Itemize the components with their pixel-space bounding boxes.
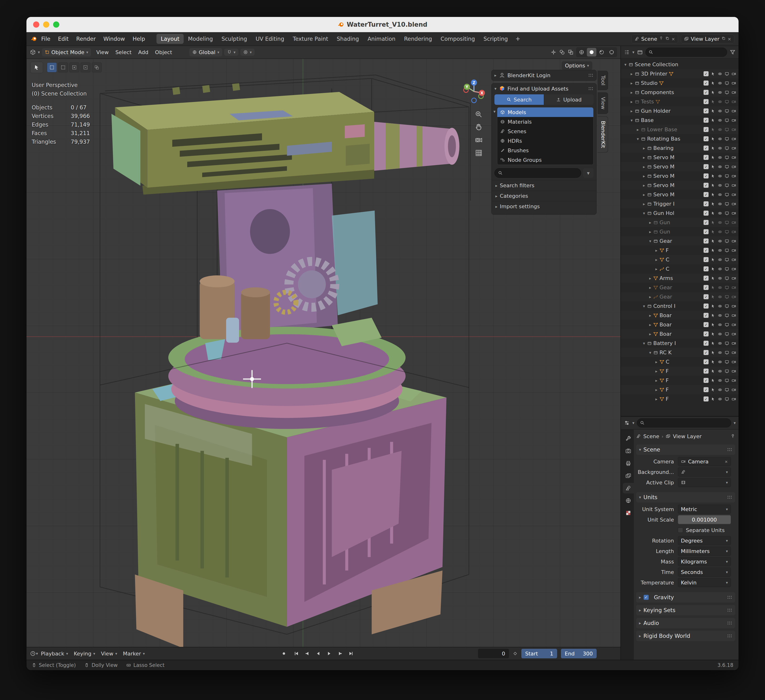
screen-toggle-icon[interactable] <box>724 183 729 188</box>
screen-toggle-icon[interactable] <box>724 266 729 271</box>
expand-arrow-icon[interactable]: ▸ <box>653 359 660 364</box>
screen-toggle-icon[interactable] <box>724 285 729 290</box>
menu-window[interactable]: Window <box>99 34 129 43</box>
outliner-row-gear[interactable]: ▸Gear✓ <box>621 292 738 301</box>
blenderkit-login-header[interactable]: ▸ BlenderKit Login <box>491 70 597 80</box>
camera-toggle-icon[interactable] <box>732 285 736 290</box>
eye-toggle-icon[interactable] <box>718 304 722 309</box>
exclude-checkbox[interactable]: ✓ <box>704 248 708 253</box>
audio-panel-header[interactable]: ▸Audio <box>636 618 735 628</box>
camera-toggle-icon[interactable] <box>732 183 736 188</box>
outliner-row-c[interactable]: ▸C✓ <box>621 264 738 274</box>
active-tool-button[interactable] <box>30 62 43 73</box>
eye-toggle-icon[interactable] <box>718 81 722 85</box>
camera-toggle-icon[interactable] <box>732 295 736 299</box>
expand-arrow-icon[interactable]: ▸ <box>641 192 647 197</box>
screen-toggle-icon[interactable] <box>724 155 729 160</box>
exclude-checkbox[interactable]: ✓ <box>704 369 708 374</box>
camera-toggle-icon[interactable] <box>732 71 736 76</box>
asset-type-brushes[interactable]: Brushes <box>497 145 593 155</box>
eye-toggle-icon[interactable] <box>718 378 722 383</box>
cursor-toggle-icon[interactable] <box>711 164 715 169</box>
cursor-toggle-icon[interactable] <box>711 127 715 132</box>
cursor-toggle-icon[interactable] <box>711 137 715 141</box>
view-layer-selector[interactable]: View Layer × <box>681 35 734 43</box>
blender-logo-icon[interactable] <box>31 36 37 42</box>
section-categories[interactable]: ▸Categories <box>491 191 597 201</box>
breadcrumb-view-layer[interactable]: View Layer <box>673 434 702 439</box>
eye-toggle-icon[interactable] <box>718 388 722 392</box>
camera-toggle-icon[interactable] <box>732 369 736 374</box>
outliner-row-f[interactable]: ▸F✓ <box>621 385 738 394</box>
outliner-row-gun[interactable]: ▸Gun✓ <box>621 227 738 236</box>
workspace-tab-animation[interactable]: Animation <box>363 34 400 44</box>
cursor-toggle-icon[interactable] <box>711 118 715 123</box>
properties-search-input[interactable] <box>647 420 728 426</box>
eye-toggle-icon[interactable] <box>718 285 722 290</box>
expand-arrow-icon[interactable]: ▸ <box>647 229 653 234</box>
cursor-toggle-icon[interactable] <box>711 322 715 327</box>
eye-toggle-icon[interactable] <box>718 276 722 281</box>
outliner-editor-icon[interactable] <box>624 49 630 55</box>
screen-toggle-icon[interactable] <box>724 276 729 281</box>
menu-render[interactable]: Render <box>72 34 99 43</box>
screen-toggle-icon[interactable] <box>724 248 729 253</box>
show-gizmo-icon[interactable] <box>550 49 557 55</box>
properties-editor-chevron-icon[interactable]: ▾ <box>632 421 634 425</box>
camera-toggle-icon[interactable] <box>732 350 736 355</box>
camera-toggle-icon[interactable] <box>732 313 736 318</box>
menu-help[interactable]: Help <box>129 34 149 43</box>
section-search-filters[interactable]: ▸Search filters <box>491 180 597 191</box>
outliner-row-bearing[interactable]: ▸Bearing✓ <box>621 143 738 153</box>
cursor-toggle-icon[interactable] <box>711 155 715 160</box>
eye-toggle-icon[interactable] <box>718 109 722 114</box>
panel-grip[interactable] <box>727 621 732 625</box>
collapse-arrow-icon[interactable]: ▾ <box>635 137 641 141</box>
outliner-search-input[interactable] <box>656 49 724 55</box>
time-dropdown[interactable]: Seconds▾ <box>678 568 731 577</box>
keying-sets-panel-header[interactable]: ▸Keying Sets <box>636 605 735 615</box>
exclude-checkbox[interactable]: ✓ <box>704 99 708 104</box>
viewport-menu-add[interactable]: Add <box>135 48 152 57</box>
panel-grip[interactable] <box>588 73 593 77</box>
properties-tab-render[interactable] <box>623 446 634 456</box>
camera-toggle-icon[interactable] <box>732 266 736 271</box>
snap-toggle[interactable]: ▾ <box>224 49 238 56</box>
cursor-toggle-icon[interactable] <box>711 71 715 76</box>
expand-arrow-icon[interactable]: ▸ <box>653 369 660 374</box>
viewport-menu-view[interactable]: View <box>93 48 112 57</box>
exclude-checkbox[interactable]: ✓ <box>704 387 708 392</box>
unit-system-dropdown[interactable]: Metric▾ <box>678 505 731 514</box>
shading-solid-icon[interactable] <box>587 48 597 57</box>
eye-toggle-icon[interactable] <box>718 266 722 271</box>
camera-toggle-icon[interactable] <box>732 248 736 253</box>
screen-toggle-icon[interactable] <box>724 388 729 392</box>
expand-arrow-icon[interactable]: ▸ <box>647 285 653 290</box>
cursor-toggle-icon[interactable] <box>711 248 715 253</box>
exclude-checkbox[interactable]: ✓ <box>704 220 708 225</box>
jump-to-start-button[interactable] <box>291 649 301 658</box>
timeline-menu-view[interactable]: View▾ <box>98 650 120 658</box>
screen-toggle-icon[interactable] <box>724 304 729 309</box>
exclude-checkbox[interactable]: ✓ <box>704 304 708 309</box>
screen-toggle-icon[interactable] <box>724 229 729 234</box>
camera-toggle-icon[interactable] <box>732 397 736 402</box>
outliner-row-c[interactable]: ▸C✓ <box>621 255 738 264</box>
screen-toggle-icon[interactable] <box>724 109 729 114</box>
exclude-checkbox[interactable]: ✓ <box>704 145 708 151</box>
camera-toggle-icon[interactable] <box>732 174 736 178</box>
outliner-row-tests[interactable]: ▸Tests✓ <box>621 97 738 106</box>
eye-toggle-icon[interactable] <box>718 257 722 262</box>
zoom-icon[interactable] <box>475 110 483 118</box>
eye-toggle-icon[interactable] <box>718 295 722 299</box>
cursor-toggle-icon[interactable] <box>711 192 715 197</box>
select-mode-intersect-icon[interactable] <box>92 62 102 73</box>
camera-toggle-icon[interactable] <box>732 322 736 327</box>
screen-toggle-icon[interactable] <box>724 164 729 169</box>
eye-toggle-icon[interactable] <box>718 350 722 355</box>
exclude-checkbox[interactable]: ✓ <box>704 238 708 243</box>
cursor-toggle-icon[interactable] <box>711 99 715 104</box>
eye-toggle-icon[interactable] <box>718 313 722 318</box>
eye-toggle-icon[interactable] <box>718 229 722 234</box>
workspace-tab-scripting[interactable]: Scripting <box>479 34 512 44</box>
